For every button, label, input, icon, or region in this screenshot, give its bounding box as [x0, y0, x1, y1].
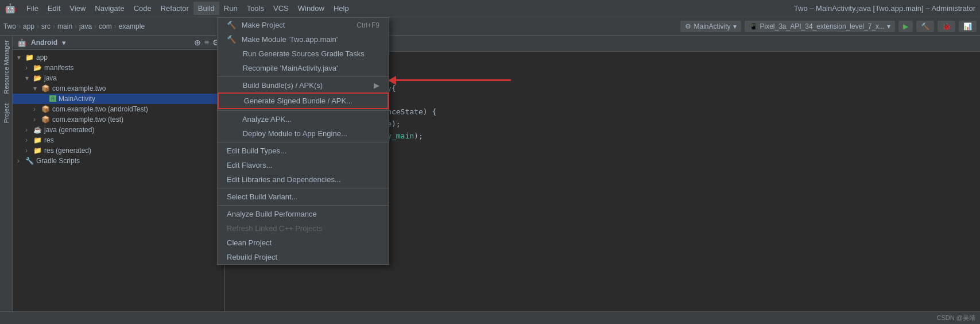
menu-tools[interactable]: Tools [242, 2, 269, 15]
collapse-icon[interactable]: ≡ [204, 38, 209, 47]
add-icon[interactable]: ⊕ [194, 38, 201, 47]
panel-title: Android [31, 38, 57, 47]
profile-button[interactable]: 📊 [959, 21, 977, 32]
menu-build[interactable]: Build [193, 2, 219, 15]
tree-label-package: com.example.two [52, 84, 106, 92]
menu-refactor[interactable]: Refactor [156, 2, 193, 15]
red-arrow-indicator [396, 79, 511, 81]
tree-item-gradle[interactable]: › 🔧 Gradle Scripts [13, 156, 224, 166]
menu-item-recompile[interactable]: Recompile 'MainActivity.java' [218, 61, 389, 75]
expand-arrow-atest: › [33, 105, 41, 113]
expand-arrow-resgen: › [25, 146, 33, 155]
menu-item-make-module[interactable]: 🔨 Make Module 'Two.app.main' [218, 32, 389, 47]
menu-view[interactable]: View [65, 2, 90, 15]
make-module-icon: 🔨 [227, 35, 236, 44]
menu-item-rebuild-project[interactable]: Rebuild Project [218, 250, 389, 264]
tree-label-java: java [44, 74, 57, 82]
tree-container: ▾ 📁 app › 📂 manifests ▾ 📂 java ▾ [13, 50, 224, 324]
tree-item-res-gen[interactable]: › 📁 res (generated) [13, 145, 224, 156]
project-panel-header: 🤖 Android ▾ ⊕ ≡ ⚙ [13, 36, 224, 50]
tree-item-test[interactable]: › 📦 com.example.two (test) [13, 114, 224, 125]
gradle-icon: 🔧 [25, 157, 34, 165]
generate-signed-label: Generate Signed Bundle / APK... [244, 97, 353, 105]
menu-item-analyze-apk[interactable]: Analyze APK... [218, 112, 389, 126]
tree-item-java[interactable]: ▾ 📂 java [13, 73, 224, 83]
menu-window[interactable]: Window [293, 2, 329, 15]
breadcrumb: Two › app › src › main › java › com › ex… [3, 22, 145, 30]
project-panel: 🤖 Android ▾ ⊕ ≡ ⚙ ▾ 📁 app › 📂 manife [13, 36, 225, 324]
sep3: › [53, 22, 55, 30]
run-button[interactable]: ▶ [898, 21, 913, 32]
device-selector[interactable]: 📱 Pixel_3a_API_34_extension_level_7_x...… [745, 21, 896, 32]
app-logo: 🤖 [5, 3, 16, 14]
edit-flavors-label: Edit Flavors... [227, 161, 272, 169]
menu-item-analyze-build[interactable]: Analyze Build Performance [218, 207, 389, 221]
java-gen-icon: ☕ [33, 126, 42, 134]
analyze-build-label: Analyze Build Performance [227, 210, 317, 218]
menu-item-edit-libraries[interactable]: Edit Libraries and Dependencies... [218, 172, 389, 187]
menu-item-edit-flavors[interactable]: Edit Flavors... [218, 158, 389, 172]
menu-item-run-gradle[interactable]: Run Generate Sources Gradle Tasks [218, 47, 389, 61]
package-test-icon2: 📦 [41, 115, 50, 124]
menu-item-clean-project[interactable]: Clean Project [218, 236, 389, 250]
activity-icon: 🅰 [49, 95, 56, 103]
chevron-down-icon-2: ▾ [887, 22, 890, 30]
menu-item-make-project[interactable]: 🔨 Make Project Ctrl+F9 [218, 18, 389, 32]
tree-label-app: app [36, 53, 48, 61]
debug-button[interactable]: 🐞 [938, 21, 955, 32]
expand-arrow-java: ▾ [25, 74, 33, 82]
menu-code[interactable]: Code [129, 2, 156, 15]
menu-item-edit-build-types[interactable]: Edit Build Types... [218, 144, 389, 158]
device-name: Pixel_3a_API_34_extension_level_7_x... [760, 22, 885, 30]
menu-navigate[interactable]: Navigate [90, 2, 129, 15]
sidebar-item-resource-manager[interactable]: Resource Manager [2, 36, 11, 99]
breadcrumb-main: main [57, 22, 72, 30]
arrow-line [396, 79, 511, 81]
breadcrumb-two: Two [3, 22, 16, 30]
sep1: › [18, 22, 21, 30]
toolbar-right: ⚙ MainActivity ▾ 📱 Pixel_3a_API_34_exten… [680, 21, 977, 32]
tree-label-androidtest: com.example.two (androidTest) [52, 105, 148, 113]
refresh-linked-label: Refresh Linked C++ Projects [227, 224, 322, 233]
side-labels: Resource Manager Project [0, 36, 13, 324]
menu-edit[interactable]: Edit [43, 2, 65, 15]
edit-libraries-label: Edit Libraries and Dependencies... [227, 175, 341, 184]
breadcrumb-example: example [119, 22, 145, 30]
make-module-label: Make Module 'Two.app.main' [242, 35, 338, 44]
tree-item-manifests[interactable]: › 📂 manifests [13, 63, 224, 73]
tree-item-res[interactable]: › 📁 res [13, 135, 224, 145]
expand-arrow-manifests: › [25, 64, 33, 72]
edit-build-types-label: Edit Build Types... [227, 146, 286, 155]
menu-item-build-bundles[interactable]: Build Bundle(s) / APK(s) ▶ [218, 78, 389, 92]
make-project-label: Make Project [242, 21, 285, 29]
sidebar-item-project[interactable]: Project [2, 99, 11, 128]
build-bundles-label: Build Bundle(s) / APK(s) [243, 81, 323, 90]
panel-dropdown: ▾ [62, 38, 66, 47]
tree-item-app[interactable]: ▾ 📁 app [13, 52, 224, 63]
run-config-selector[interactable]: ⚙ MainActivity ▾ [680, 21, 741, 32]
tree-label-gradle: Gradle Scripts [36, 157, 80, 165]
run-config-name: MainActivity [694, 22, 730, 30]
menu-file[interactable]: File [22, 2, 43, 15]
tree-item-androidtest[interactable]: › 📦 com.example.two (androidTest) [13, 104, 224, 114]
expand-arrow-test: › [33, 115, 41, 124]
menu-vcs[interactable]: VCS [269, 2, 293, 15]
menu-help[interactable]: Help [329, 2, 354, 15]
menu-item-refresh-linked: Refresh Linked C++ Projects [218, 221, 389, 236]
tree-item-mainactivity[interactable]: 🅰 MainActivity [13, 94, 224, 104]
sep2: › [37, 22, 39, 30]
tree-item-package[interactable]: ▾ 📦 com.example.two [13, 83, 224, 94]
menu-item-deploy-module[interactable]: Deploy Module to App Engine... [218, 126, 389, 141]
deploy-module-label: Deploy Module to App Engine... [243, 129, 347, 138]
chevron-down-icon: ▾ [733, 22, 737, 30]
build-button[interactable]: 🔨 [916, 21, 934, 32]
module-icon: 📁 [25, 53, 34, 61]
run-config-icon: ⚙ [685, 22, 691, 30]
separator-5 [218, 205, 389, 206]
menu-item-select-variant[interactable]: Select Build Variant... [218, 190, 389, 204]
submenu-arrow: ▶ [374, 81, 379, 90]
menu-item-generate-signed[interactable]: Generate Signed Bundle / APK... [218, 92, 389, 109]
menu-run[interactable]: Run [219, 2, 242, 15]
tree-item-java-gen[interactable]: › ☕ java (generated) [13, 125, 224, 135]
expand-arrow-pkg: ▾ [33, 84, 41, 92]
